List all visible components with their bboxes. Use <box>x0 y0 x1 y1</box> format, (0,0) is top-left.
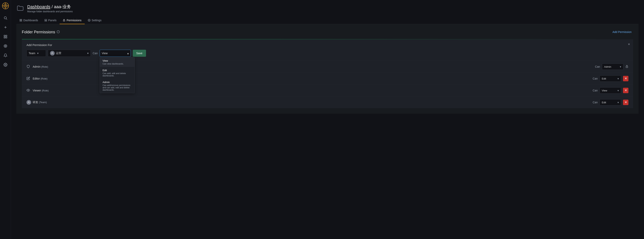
grid-icon <box>20 19 22 22</box>
explore-sidebar-icon[interactable] <box>2 42 9 50</box>
svg-rect-23 <box>44 21 46 21</box>
tab-permissions-label: Permissions <box>66 19 82 22</box>
svg-point-30 <box>52 53 52 53</box>
admin-permission-right: Can Admin ▾ <box>595 64 628 70</box>
yanfa-team-icon <box>26 100 33 105</box>
tab-panels[interactable]: Panels <box>41 17 60 24</box>
view-dropdown-value: View <box>102 52 108 55</box>
breadcrumb: Dashboards / aaa-业务 <box>27 4 72 10</box>
tab-dashboards[interactable]: Dashboards <box>16 17 41 24</box>
yanfa-permission-value: Edit <box>602 101 606 104</box>
dashboards-sidebar-icon[interactable] <box>2 33 9 41</box>
svg-point-26 <box>89 20 90 21</box>
svg-line-8 <box>6 19 7 20</box>
svg-point-6 <box>5 5 6 6</box>
editor-permission-value: Edit <box>602 77 606 80</box>
editor-can-label: Can <box>592 77 598 80</box>
add-permission-panel-title: Add Permission For <box>26 43 628 47</box>
team-avatar <box>50 51 55 56</box>
svg-rect-25 <box>63 20 65 21</box>
team-type-select-value: Team <box>28 52 35 55</box>
add-permission-button[interactable]: Add Permission <box>611 30 633 34</box>
yanfa-team-suffix: (Team) <box>39 101 47 104</box>
yanfa-delete-button[interactable]: ✕ <box>623 100 628 105</box>
can-label: Can <box>93 52 98 55</box>
folder-permissions-title: Folder Permissions <box>22 30 60 34</box>
svg-rect-31 <box>626 66 628 68</box>
info-icon[interactable] <box>57 30 60 34</box>
view-dropdown-wrapper: View ▴ View Can view dashboards. Edit Ca… <box>100 50 131 57</box>
folder-icon-large <box>16 4 24 13</box>
team-type-select[interactable]: Team ▾ <box>26 50 46 57</box>
search-sidebar-icon[interactable] <box>2 14 9 22</box>
viewer-permission-select[interactable]: View ▾ <box>600 87 621 94</box>
header-subtitle: Manage folder dashboards and permissions <box>27 10 72 13</box>
content-area: Folder Permissions Add Permission Add Pe… <box>16 24 638 114</box>
team-type-chevron-icon: ▾ <box>37 52 38 55</box>
lock-icon <box>625 65 628 69</box>
svg-rect-14 <box>6 37 7 38</box>
view-dropdown-trigger[interactable]: View ▴ <box>100 50 131 57</box>
create-sidebar-icon[interactable] <box>2 23 9 31</box>
admin-can-label: Can <box>595 65 600 68</box>
svg-rect-24 <box>46 21 47 21</box>
dropdown-item-view-title: View <box>102 59 132 62</box>
svg-rect-19 <box>21 19 22 20</box>
editor-role-suffix: (Role) <box>40 77 47 80</box>
view-dropdown-chevron-up-icon: ▴ <box>127 52 129 55</box>
tab-settings-label: Settings <box>92 19 102 22</box>
dropdown-item-view-desc: Can view dashboards. <box>102 63 132 65</box>
dropdown-item-admin-desc: Can add/remove permissions and can add, … <box>102 84 132 91</box>
add-permission-form: Team ▾ 运营 ▾ <box>26 50 628 57</box>
svg-point-32 <box>28 90 29 91</box>
dropdown-item-admin[interactable]: Admin Can add/remove permissions and can… <box>100 79 134 93</box>
tabs-nav: Dashboards Panels Permissions Settings <box>16 17 638 24</box>
viewer-permission-right: Can View ▾ ✕ <box>592 87 628 94</box>
dropdown-item-edit-title: Edit <box>102 69 132 72</box>
settings-sidebar-icon[interactable] <box>2 61 9 69</box>
svg-point-17 <box>5 64 6 65</box>
team-search-value: 运营 <box>56 52 61 55</box>
team-search-input[interactable]: 运营 ▾ <box>48 50 91 57</box>
add-permission-panel: Add Permission For × Team ▾ <box>22 39 633 61</box>
svg-rect-20 <box>20 21 21 21</box>
eye-icon <box>26 89 33 93</box>
viewer-role-suffix: (Role) <box>42 89 48 92</box>
svg-rect-12 <box>6 35 7 37</box>
editor-permission-select[interactable]: Edit ▾ <box>600 75 621 82</box>
svg-marker-16 <box>4 45 6 47</box>
yanfa-can-label: Can <box>592 101 598 104</box>
admin-role-suffix: (Role) <box>41 65 48 68</box>
save-button[interactable]: Save <box>133 50 146 57</box>
svg-rect-11 <box>4 35 5 37</box>
tab-panels-label: Panels <box>48 19 57 22</box>
folder-permissions-title-text: Folder Permissions <box>22 30 55 34</box>
dropdown-item-admin-title: Admin <box>102 81 132 84</box>
breadcrumb-dashboards-link[interactable]: Dashboards <box>27 4 50 9</box>
svg-point-7 <box>4 17 6 19</box>
editor-delete-button[interactable]: ✕ <box>623 76 628 81</box>
yanfa-permission-select[interactable]: Edit ▾ <box>600 99 621 105</box>
close-panel-button[interactable]: × <box>628 43 630 46</box>
yanfa-permission-right: Can Edit ▾ ✕ <box>592 99 628 105</box>
viewer-delete-button[interactable]: ✕ <box>623 88 628 93</box>
team-search-chevron-icon: ▾ <box>87 52 88 55</box>
dropdown-item-edit[interactable]: Edit Can add, edit and delete dashboards… <box>100 67 134 79</box>
tab-settings[interactable]: Settings <box>85 17 105 24</box>
editor-permission-chevron-icon: ▾ <box>618 77 619 80</box>
svg-rect-21 <box>21 21 22 21</box>
tab-permissions[interactable]: Permissions <box>60 17 84 24</box>
grafana-logo[interactable] <box>2 2 9 9</box>
sidebar <box>0 0 11 239</box>
viewer-can-label: Can <box>592 89 598 92</box>
yanfa-avatar <box>26 100 31 105</box>
svg-rect-18 <box>20 19 21 20</box>
view-dropdown-menu: View Can view dashboards. Edit Can add, … <box>100 57 135 93</box>
dropdown-item-view[interactable]: View Can view dashboards. <box>100 57 134 67</box>
dropdown-item-edit-desc: Can add, edit and delete dashboards. <box>102 72 132 77</box>
page-header: Dashboards / aaa-业务 Manage folder dashbo… <box>16 4 638 13</box>
alerting-sidebar-icon[interactable] <box>2 52 9 59</box>
viewer-permission-value: View <box>602 89 607 92</box>
admin-permission-select[interactable]: Admin ▾ <box>602 64 623 70</box>
permission-row-yanfa: 研发 (Team) Can Edit ▾ ✕ <box>22 96 633 108</box>
